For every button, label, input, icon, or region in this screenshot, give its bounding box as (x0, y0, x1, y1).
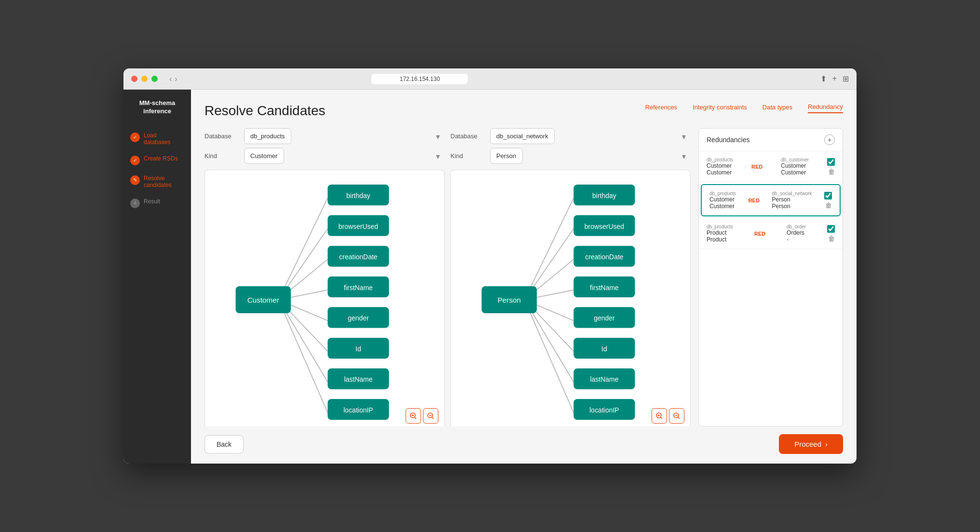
url-bar[interactable]: 172.16.154.130 (371, 74, 468, 84)
red-checkbox-3[interactable] (827, 225, 835, 233)
red-right-kind2-2: Person (772, 203, 812, 210)
svg-line-60 (661, 417, 662, 419)
maximize-button[interactable] (151, 76, 158, 82)
redundancy-item-1[interactable]: db_products Customer Customer RED db_cus… (699, 151, 843, 182)
proceed-label: Proceed (794, 440, 821, 448)
red-left-kind1-2: Customer (709, 196, 736, 203)
right-db-select-wrapper: db_social_network (490, 128, 691, 144)
red-left-db-1: db_products (707, 157, 733, 162)
step-icon-4: 4 (130, 199, 140, 208)
tab-integrity-constraints[interactable]: Integrity constraints (693, 104, 747, 113)
left-kind-select-wrapper: Customer (244, 148, 445, 164)
red-badge-1: RED (751, 164, 762, 170)
sidebar-item-create-rsds[interactable]: ✓ Create RSDs (123, 150, 191, 170)
sidebar-item-load-databases[interactable]: ✓ Load databases (123, 127, 191, 150)
red-delete-3[interactable]: 🗑 (828, 235, 835, 242)
redundancy-row-1: db_products Customer Customer RED db_cus… (707, 157, 835, 176)
red-left-kind2-2: Customer (709, 203, 736, 210)
svg-text:Customer: Customer (247, 296, 279, 304)
left-kind-label: Kind (204, 152, 238, 160)
redundancy-item-2[interactable]: db_products Customer Customer RED db_soc… (701, 184, 841, 216)
left-graph-zoom-controls (406, 408, 438, 424)
red-badge-3: RED (754, 231, 765, 237)
svg-text:locationIP: locationIP (343, 406, 373, 414)
svg-text:birthday: birthday (346, 192, 370, 200)
red-right-kind1-1: Customer (781, 162, 809, 169)
right-kind-label: Kind (450, 152, 484, 160)
right-zoom-out-button[interactable] (669, 408, 684, 424)
left-zoom-in-button[interactable] (406, 408, 421, 424)
red-right-1: db_customer Customer Customer (781, 157, 809, 176)
red-checkbox-1[interactable] (827, 158, 835, 166)
svg-text:creationDate: creationDate (339, 253, 377, 261)
left-zoom-out-button[interactable] (423, 408, 438, 424)
proceed-button[interactable]: Proceed › (779, 434, 843, 454)
sidebar-item-result[interactable]: 4 Result (123, 193, 191, 213)
red-left-2: db_products Customer Customer (709, 191, 736, 210)
red-controls-1: 🗑 (827, 158, 835, 175)
red-left-kind1-1: Customer (707, 162, 733, 169)
svg-text:Person: Person (498, 296, 521, 304)
tab-data-types[interactable]: Data types (762, 104, 792, 113)
redundancies-box: Redundancies + db_products Customer Cust… (698, 128, 843, 426)
svg-line-64 (678, 417, 680, 419)
red-right-db-3: db_order (787, 224, 806, 229)
redundancy-item-3[interactable]: db_products Product Product RED db_order… (699, 218, 843, 249)
svg-text:creationDate: creationDate (585, 253, 623, 261)
red-right-3: db_order Orders - (787, 224, 806, 243)
red-delete-2[interactable]: 🗑 (825, 201, 832, 209)
new-tab-icon[interactable]: + (832, 74, 837, 83)
svg-text:browserUsed: browserUsed (585, 223, 624, 230)
step-icon-3: ✎ (130, 175, 140, 185)
svg-text:gender: gender (594, 314, 615, 322)
svg-line-27 (415, 417, 416, 419)
svg-line-0 (279, 198, 328, 300)
red-right-db-2: db_social_network (772, 191, 812, 196)
svg-line-40 (525, 300, 574, 412)
right-graph-container: Person birthday browserUsed creationDate… (450, 170, 691, 426)
red-delete-1[interactable]: 🗑 (828, 168, 835, 175)
svg-text:firstName: firstName (344, 284, 373, 292)
back-nav-icon[interactable]: ‹ (169, 75, 172, 83)
app-window: ‹ › 172.16.154.130 ⬆ + ⊞ MM-schema infer… (123, 68, 857, 464)
tab-redundancy[interactable]: Redundancy (808, 103, 843, 113)
right-db-selector-row: Database db_social_network (450, 128, 691, 144)
svg-text:birthday: birthday (592, 192, 616, 200)
back-button[interactable]: Back (204, 435, 244, 453)
svg-text:gender: gender (348, 314, 369, 322)
close-button[interactable] (131, 76, 137, 82)
content-area: Database db_products Kind (204, 128, 843, 426)
grid-icon[interactable]: ⊞ (843, 74, 849, 83)
red-left-1: db_products Customer Customer (707, 157, 733, 176)
sidebar-item-resolve-candidates[interactable]: ✎ Resolve candidates (123, 170, 191, 193)
left-kind-select[interactable]: Customer (244, 148, 284, 164)
right-db-select[interactable]: db_social_network (490, 128, 555, 144)
red-checkbox-2[interactable] (824, 192, 832, 200)
sidebar-label-resolve-candidates: Resolve candidates (144, 175, 184, 188)
svg-text:lastName: lastName (590, 375, 618, 383)
left-db-label: Database (204, 133, 238, 140)
red-left-db-3: db_products (707, 224, 733, 229)
tab-references[interactable]: References (645, 104, 677, 113)
right-kind-select[interactable]: Person (490, 148, 523, 164)
redundancy-row-2: db_products Customer Customer RED db_soc… (709, 191, 832, 210)
minimize-button[interactable] (141, 76, 148, 82)
forward-nav-icon[interactable]: › (175, 75, 177, 83)
red-controls-3: 🗑 (827, 225, 835, 242)
sidebar: MM-schema inference ✓ Load databases ✓ C… (123, 90, 191, 464)
red-right-kind1-2: Person (772, 196, 812, 203)
page-header: Resolve Candidates References Integrity … (204, 103, 843, 119)
right-kind-selector-row: Kind Person (450, 148, 691, 164)
add-redundancy-button[interactable]: + (824, 134, 835, 145)
svg-text:lastName: lastName (344, 375, 372, 383)
share-icon[interactable]: ⬆ (820, 74, 827, 83)
tab-row: References Integrity constraints Data ty… (645, 103, 843, 113)
red-right-kind2-1: Customer (781, 169, 809, 176)
svg-line-31 (432, 417, 434, 419)
svg-line-7 (279, 300, 328, 412)
two-graphs: Customer birthday browserUsed creationDa… (204, 170, 691, 426)
svg-text:firstName: firstName (590, 284, 619, 292)
redundancies-title: Redundancies (707, 136, 750, 144)
right-zoom-in-button[interactable] (652, 408, 667, 424)
left-db-select[interactable]: db_products (244, 128, 291, 144)
